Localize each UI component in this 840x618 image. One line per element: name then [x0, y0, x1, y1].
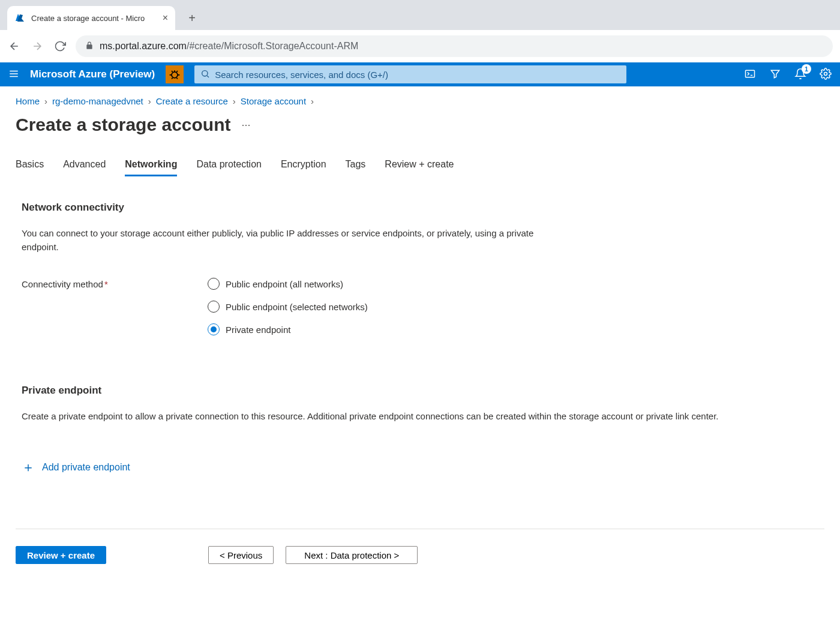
browser-address-bar[interactable]: ms.portal.azure.com/#create/Microsoft.St… [76, 35, 833, 57]
form-tab-encryption[interactable]: Encryption [281, 159, 326, 176]
svg-point-7 [824, 72, 827, 75]
form-tab-tags[interactable]: Tags [346, 159, 366, 176]
svg-point-3 [172, 72, 178, 78]
breadcrumb-link[interactable]: Storage account [241, 96, 306, 106]
section-desc-network: You can connect to your storage account … [22, 227, 544, 254]
previous-button[interactable]: < Previous [208, 546, 274, 564]
breadcrumb-link[interactable]: Create a resource [156, 96, 228, 106]
form-tab-advanced[interactable]: Advanced [63, 159, 106, 176]
required-asterisk: * [104, 279, 108, 289]
cloud-shell-icon[interactable] [744, 68, 756, 82]
radio-label: Public endpoint (all networks) [226, 279, 343, 289]
search-icon [200, 69, 210, 80]
browser-tab[interactable]: Create a storage account - Micro × [7, 6, 175, 30]
azure-brand[interactable]: Microsoft Azure (Preview) [30, 68, 155, 80]
radio-option[interactable]: Public endpoint (all networks) [208, 278, 818, 290]
azure-top-bar: Microsoft Azure (Preview) 1 [0, 62, 840, 86]
form-tabs: BasicsAdvancedNetworkingData protectionE… [16, 159, 824, 176]
breadcrumb: Home›rg-demo-managedvnet›Create a resour… [16, 96, 824, 106]
next-button[interactable]: Next : Data protection > [286, 546, 418, 564]
wizard-footer: Review + create < Previous Next : Data p… [16, 529, 824, 564]
form-tab-basics[interactable]: Basics [16, 159, 44, 176]
new-tab-button[interactable]: + [182, 8, 202, 28]
connectivity-method-label: Connectivity method* [22, 278, 208, 346]
global-search-input[interactable] [215, 70, 620, 80]
review-create-button[interactable]: Review + create [16, 546, 106, 564]
section-title-private-endpoint: Private endpoint [22, 385, 818, 397]
hamburger-menu-icon[interactable] [8, 68, 19, 81]
browser-reload-button[interactable] [53, 39, 67, 53]
chevron-right-icon: › [44, 96, 47, 106]
network-connectivity-section: Network connectivity You can connect to … [16, 202, 824, 346]
svg-point-4 [202, 70, 208, 76]
browser-back-button[interactable] [7, 39, 22, 53]
private-endpoint-section: Private endpoint Create a private endpoi… [16, 385, 824, 476]
add-private-endpoint-link[interactable]: ＋ Add private endpoint [22, 458, 130, 476]
top-icons-group: 1 [744, 68, 832, 82]
radio-label: Public endpoint (selected networks) [226, 302, 368, 312]
browser-tab-bar: Create a storage account - Micro × + [0, 0, 840, 30]
close-tab-icon[interactable]: × [163, 13, 168, 23]
section-title-network: Network connectivity [22, 202, 818, 214]
settings-icon[interactable] [820, 68, 832, 82]
form-tab-data-protection[interactable]: Data protection [196, 159, 262, 176]
connectivity-method-row: Connectivity method* Public endpoint (al… [22, 278, 818, 346]
breadcrumb-link[interactable]: rg-demo-managedvnet [52, 96, 143, 106]
chevron-right-icon: › [311, 96, 314, 106]
more-actions-icon[interactable]: ··· [241, 119, 250, 131]
radio-button[interactable] [208, 301, 220, 313]
chevron-right-icon: › [148, 96, 151, 106]
notification-badge: 1 [802, 64, 811, 74]
svg-line-5 [207, 76, 209, 77]
breadcrumb-link[interactable]: Home [16, 96, 40, 106]
form-tab-networking[interactable]: Networking [125, 159, 177, 176]
preview-bug-icon[interactable] [166, 65, 184, 83]
filter-icon[interactable] [769, 68, 781, 82]
notifications-icon[interactable]: 1 [794, 68, 806, 82]
radio-label: Private endpoint [226, 325, 290, 335]
chevron-right-icon: › [233, 96, 236, 106]
browser-address-row: ms.portal.azure.com/#create/Microsoft.St… [0, 30, 840, 62]
azure-favicon [14, 13, 25, 23]
browser-forward-button[interactable] [30, 39, 44, 53]
page-title: Create a storage account [16, 115, 230, 135]
plus-icon: ＋ [22, 458, 35, 476]
global-search-box[interactable] [194, 65, 626, 83]
radio-button[interactable] [208, 278, 220, 290]
page-title-row: Create a storage account ··· [16, 115, 824, 135]
lock-icon [85, 41, 94, 52]
page-content: Home›rg-demo-managedvnet›Create a resour… [0, 86, 840, 618]
browser-tab-title: Create a storage account - Micro [31, 14, 157, 23]
browser-url: ms.portal.azure.com/#create/Microsoft.St… [100, 41, 358, 52]
section-desc-private-endpoint: Create a private endpoint to allow a pri… [22, 410, 818, 424]
add-private-endpoint-label: Add private endpoint [42, 462, 130, 473]
form-tab-review-create[interactable]: Review + create [385, 159, 454, 176]
browser-chrome: Create a storage account - Micro × + ms.… [0, 0, 840, 62]
radio-button[interactable] [208, 323, 220, 335]
svg-rect-6 [746, 70, 755, 77]
radio-option[interactable]: Public endpoint (selected networks) [208, 301, 818, 313]
connectivity-method-options: Public endpoint (all networks)Public end… [208, 278, 818, 346]
radio-option[interactable]: Private endpoint [208, 323, 818, 335]
